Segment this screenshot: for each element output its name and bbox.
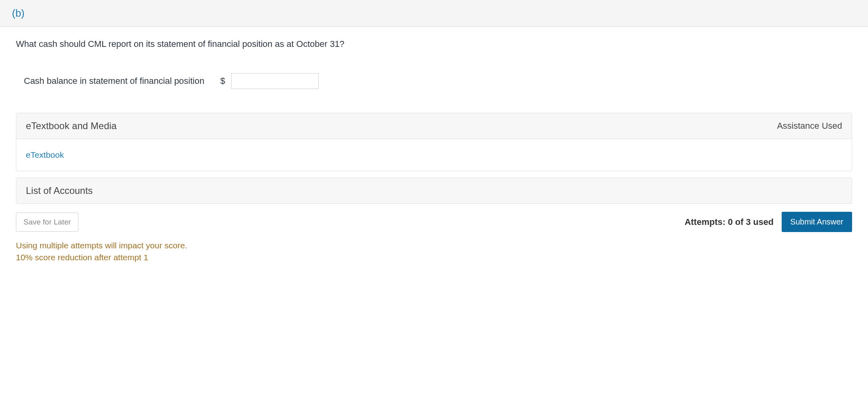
part-label: (b)	[12, 7, 25, 19]
footer-right: Attempts: 0 of 3 used Submit Answer	[685, 212, 852, 232]
part-header: (b)	[0, 0, 868, 27]
etextbook-media-header[interactable]: eTextbook and Media Assistance Used	[16, 113, 852, 139]
submit-answer-button[interactable]: Submit Answer	[782, 212, 852, 232]
footer-row: Save for Later Attempts: 0 of 3 used Sub…	[16, 212, 852, 232]
etextbook-media-title: eTextbook and Media	[26, 120, 117, 132]
etextbook-media-body: eTextbook	[16, 139, 852, 171]
currency-symbol: $	[220, 76, 225, 86]
save-for-later-button[interactable]: Save for Later	[16, 213, 78, 232]
cash-balance-input[interactable]	[231, 73, 319, 89]
attempts-text: Attempts: 0 of 3 used	[685, 217, 774, 227]
input-label: Cash balance in statement of financial p…	[24, 76, 204, 86]
input-row: Cash balance in statement of financial p…	[16, 73, 852, 89]
warning-line-2: 10% score reduction after attempt 1	[16, 253, 852, 262]
etextbook-media-panel: eTextbook and Media Assistance Used eTex…	[16, 113, 852, 171]
list-of-accounts-panel: List of Accounts	[16, 178, 852, 204]
list-of-accounts-title: List of Accounts	[26, 185, 93, 196]
warning-line-1: Using multiple attempts will impact your…	[16, 241, 852, 250]
assistance-used-label: Assistance Used	[777, 121, 842, 131]
content-area: What cash should CML report on its state…	[0, 27, 868, 236]
currency-group: $	[220, 73, 319, 89]
etextbook-link[interactable]: eTextbook	[26, 150, 64, 159]
warnings-block: Using multiple attempts will impact your…	[0, 236, 868, 266]
list-of-accounts-header[interactable]: List of Accounts	[16, 178, 852, 203]
question-text: What cash should CML report on its state…	[16, 39, 852, 49]
